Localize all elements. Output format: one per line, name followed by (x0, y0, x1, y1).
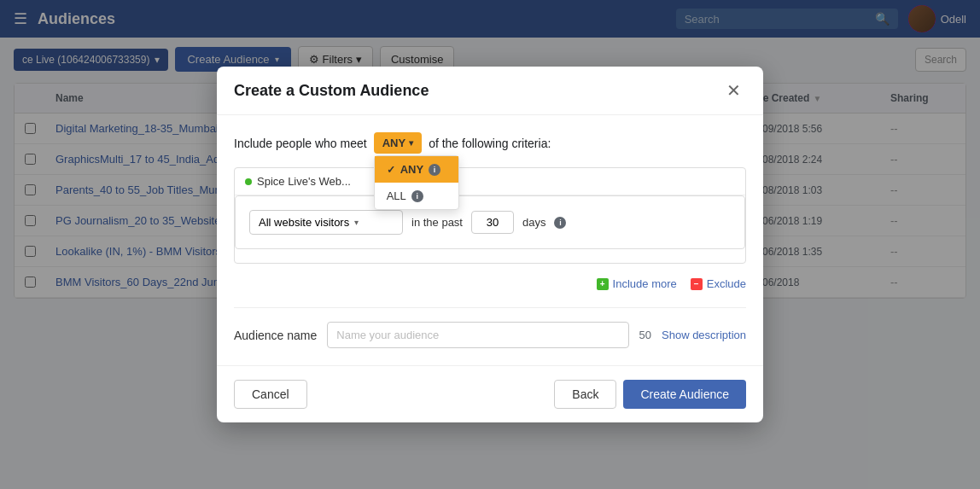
status-dot (245, 178, 252, 185)
include-criteria-row: Include people who meet ANY ▾ ✓ ANY i (234, 132, 746, 154)
any-dropdown-menu: ✓ ANY i ALL i (374, 155, 459, 210)
in-past-label: in the past (411, 216, 463, 229)
of-criteria-label: of the following criteria: (429, 137, 551, 150)
modal-header: Create a Custom Audience ✕ (217, 67, 763, 115)
close-button[interactable]: ✕ (721, 80, 746, 101)
create-custom-audience-modal: Create a Custom Audience ✕ Include peopl… (217, 67, 763, 307)
include-more-label: Include more (613, 277, 677, 290)
chevron-down-icon: ▾ (409, 138, 413, 148)
checkmark-icon: ✓ (387, 164, 395, 176)
any-option-label: ANY (400, 163, 423, 176)
info-icon[interactable]: i (411, 190, 423, 202)
days-label: days (522, 216, 545, 229)
chevron-down-icon: ▾ (354, 218, 359, 227)
include-more-button[interactable]: + Include more (597, 277, 677, 290)
dropdown-item-all[interactable]: ALL i (375, 183, 458, 209)
include-icon: + (597, 278, 609, 290)
modal-overlay: Create a Custom Audience ✕ Include peopl… (0, 0, 980, 307)
info-icon[interactable]: i (554, 217, 566, 229)
any-dropdown-button[interactable]: ANY ▾ (374, 132, 422, 154)
days-input[interactable] (471, 211, 514, 234)
include-exclude-row: + Include more − Exclude (234, 277, 746, 290)
criteria-box: All website visitors ▾ in the past days … (235, 195, 745, 249)
spice-label: Spice Live's Web... (257, 175, 351, 188)
criteria-row: All website visitors ▾ in the past days … (249, 210, 731, 235)
all-option-label: ALL (387, 189, 406, 202)
visitors-dropdown[interactable]: All website visitors ▾ (249, 210, 403, 235)
exclude-button[interactable]: − Exclude (691, 277, 746, 290)
include-people-label: Include people who meet (234, 137, 367, 150)
modal-title: Create a Custom Audience (234, 82, 429, 100)
criteria-section: Spice Live's Web... All website visitors… (234, 167, 746, 264)
spice-row: Spice Live's Web... (235, 168, 745, 195)
any-dropdown[interactable]: ANY ▾ ✓ ANY i ALL i (374, 132, 422, 154)
any-label: ANY (382, 137, 405, 149)
dropdown-item-any[interactable]: ✓ ANY i (375, 156, 458, 183)
info-icon[interactable]: i (429, 164, 440, 176)
exclude-icon: − (691, 278, 703, 290)
exclude-label: Exclude (707, 277, 746, 290)
modal-body: Include people who meet ANY ▾ ✓ ANY i (217, 115, 763, 307)
visitors-label: All website visitors (259, 216, 349, 229)
